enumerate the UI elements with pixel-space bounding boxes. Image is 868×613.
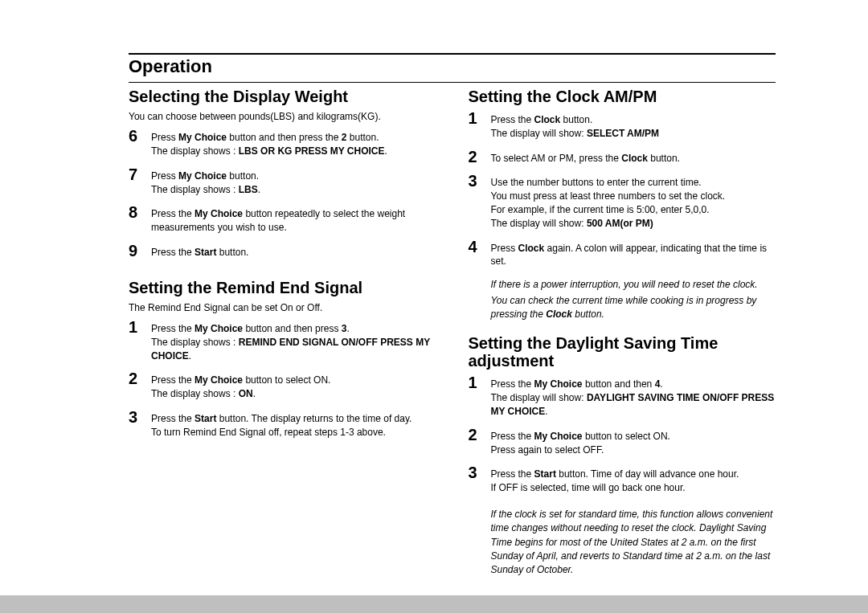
step: 2 Press the My Choice button to select O… xyxy=(129,370,436,409)
step-body: To select AM or PM, press the Clock butt… xyxy=(491,149,776,174)
step-number: 6 xyxy=(129,128,151,144)
manual-page: Operation Selecting the Display Weight Y… xyxy=(0,0,868,613)
step-body: Press the Start button. xyxy=(151,243,436,268)
section-title: Setting the Remind End Signal xyxy=(129,279,436,296)
step: 6 Press My Choice button and then press … xyxy=(129,128,436,166)
step-body: Press the My Choice button and then 4. T… xyxy=(491,374,776,426)
top-rule xyxy=(129,53,776,55)
step-number: 1 xyxy=(469,374,491,390)
step-number: 3 xyxy=(469,464,491,480)
content-columns: Selecting the Display Weight You can cho… xyxy=(129,83,776,578)
step-body: Press the My Choice button to select ON.… xyxy=(491,427,776,465)
step-number: 3 xyxy=(129,409,151,425)
section-title: Setting the Clock AM/PM xyxy=(469,88,776,105)
step-number: 2 xyxy=(129,370,151,386)
step-body: Press the My Choice button to select ON.… xyxy=(151,370,436,409)
section-title: Selecting the Display Weight xyxy=(129,88,436,105)
page-title: Operation xyxy=(129,56,776,77)
step-body: Press the My Choice button and then pres… xyxy=(151,319,436,370)
step-number: 7 xyxy=(129,166,151,182)
step: 4 Press Clock again. A colon will appear… xyxy=(469,239,776,277)
step-number: 1 xyxy=(469,110,491,126)
step-number: 9 xyxy=(129,243,151,259)
step: 7 Press My Choice button. The display sh… xyxy=(129,166,436,205)
step: 3 Press the Start button. Time of day wi… xyxy=(469,464,776,503)
step-number: 2 xyxy=(469,427,491,443)
step: 1 Press the My Choice button and then 4.… xyxy=(469,374,776,426)
step-body: Press the Start button. Time of day will… xyxy=(491,464,776,503)
step: 1 Press the My Choice button and then pr… xyxy=(129,319,436,370)
right-column: Setting the Clock AM/PM 1 Press the Cloc… xyxy=(469,83,776,578)
step: 3 Use the number buttons to enter the cu… xyxy=(469,173,776,238)
step: 3 Press the Start button. The display re… xyxy=(129,409,436,447)
section-intro: The Remind End Signal can be set On or O… xyxy=(129,301,436,314)
step-body: Press the Start button. The display retu… xyxy=(151,409,436,447)
step: 9 Press the Start button. xyxy=(129,243,436,268)
step: 8 Press the My Choice button repeatedly … xyxy=(129,204,436,243)
left-column: Selecting the Display Weight You can cho… xyxy=(129,83,436,578)
step-body: Use the number buttons to enter the curr… xyxy=(491,173,776,238)
step: 2 Press the My Choice button to select O… xyxy=(469,427,776,465)
note-text: If the clock is set for standard time, t… xyxy=(491,508,776,578)
step-body: Press My Choice button. The display show… xyxy=(151,166,436,205)
step-body: Press Clock again. A colon will appear, … xyxy=(491,239,776,277)
step-number: 8 xyxy=(129,204,151,220)
note-text: If there is a power interruption, you wi… xyxy=(491,278,776,292)
step-body: Press the Clock button. The display will… xyxy=(491,110,776,149)
step-number: 4 xyxy=(469,239,491,255)
step-body: Press My Choice button and then press th… xyxy=(151,128,436,166)
section-title: Setting the Daylight Saving Time adjustm… xyxy=(469,334,776,370)
footer-bar xyxy=(0,595,868,613)
section-intro: You can choose between pounds(LBS) and k… xyxy=(129,110,436,123)
step-number: 2 xyxy=(469,149,491,165)
step: 1 Press the Clock button. The display wi… xyxy=(469,110,776,149)
step-body: Press the My Choice button repeatedly to… xyxy=(151,204,436,243)
step-number: 3 xyxy=(469,173,491,189)
step-number: 1 xyxy=(129,319,151,335)
step: 2 To select AM or PM, press the Clock bu… xyxy=(469,149,776,174)
note-text: You can check the current time while coo… xyxy=(491,294,776,322)
